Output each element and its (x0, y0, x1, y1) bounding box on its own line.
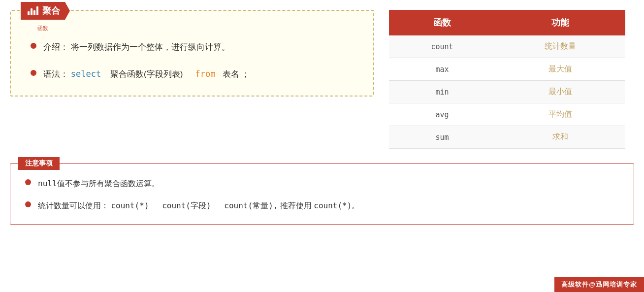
syntax-text: 语法： select 聚合函数(字段列表) from 表名 ； (43, 67, 250, 81)
func-name: max (389, 58, 495, 81)
note2-count-star: count(*) (111, 201, 149, 210)
notes-list: null值不参与所有聚合函数运算。 统计数量可以使用： count(*) cou… (25, 177, 619, 212)
func-name: avg (389, 103, 495, 126)
func-desc: 最大值 (495, 58, 625, 81)
note-item-2: 统计数量可以使用： count(*) count(字段) count(常量), … (25, 199, 619, 212)
bullet-dot-note2 (25, 201, 31, 207)
note-item-1: null值不参与所有聚合函数运算。 (25, 177, 619, 190)
func-desc: 统计数量 (495, 35, 625, 58)
table-body: count统计数量max最大值min最小值avg平均值sum求和 (389, 35, 625, 149)
table-row: min最小值 (389, 81, 625, 103)
intro-item-1: 介绍： 将一列数据作为一个整体，进行纵向计算。 (31, 40, 354, 54)
note-text-2: 统计数量可以使用： count(*) count(字段) count(常量), … (38, 199, 359, 212)
note2-count-field: count(字段) (162, 201, 211, 210)
note2-count-const: count(常量), (224, 201, 278, 210)
intro-list: 介绍： 将一列数据作为一个整体，进行纵向计算。 语法： select 聚合函数(… (31, 40, 354, 81)
func-desc: 求和 (495, 126, 625, 149)
col-desc-header: 功能 (495, 10, 625, 35)
table-row: sum求和 (389, 126, 625, 149)
table-row: avg平均值 (389, 103, 625, 126)
syntax-end: 表名 ； (218, 69, 250, 79)
bar-chart-icon (28, 6, 38, 15)
notes-title: 注意事项 (18, 157, 60, 170)
watermark: 高级软件@迅网培训专家 (554, 277, 644, 292)
syntax-select: select (71, 69, 101, 79)
col-func-header: 函数 (389, 10, 495, 35)
syntax-middle (103, 69, 108, 79)
table-row: count统计数量 (389, 35, 625, 58)
notes-section: 注意事项 null值不参与所有聚合函数运算。 统计数量可以使用： count(*… (10, 163, 634, 225)
note-text-1: null值不参与所有聚合函数运算。 (38, 177, 160, 190)
note2-recommend: count(*)。 (314, 201, 359, 210)
title-text: 聚合 (42, 5, 60, 17)
intro-box: 聚合 函数 介绍： 将一列数据作为一个整体，进行纵向计算。 语法： (10, 10, 374, 97)
right-panel: 函数 功能 count统计数量max最大值min最小值avg平均值sum求和 (389, 10, 625, 149)
func-name: count (389, 35, 495, 58)
bullet-dot (31, 43, 36, 49)
left-panel: 聚合 函数 介绍： 将一列数据作为一个整体，进行纵向计算。 语法： (10, 10, 374, 149)
title-tag: 聚合 (21, 2, 70, 20)
bullet-dot-note1 (25, 179, 31, 185)
table-header-row: 函数 功能 (389, 10, 625, 35)
table-row: max最大值 (389, 58, 625, 81)
func-desc: 最小值 (495, 81, 625, 103)
func-name: sum (389, 126, 495, 149)
function-table: 函数 功能 count统计数量max最大值min最小值avg平均值sum求和 (389, 10, 625, 149)
note1-code-null: null (38, 179, 57, 188)
main-content: 聚合 函数 介绍： 将一列数据作为一个整体，进行纵向计算。 语法： (0, 0, 644, 159)
intro-text: 介绍： 将一列数据作为一个整体，进行纵向计算。 (43, 40, 230, 54)
intro-item-2: 语法： select 聚合函数(字段列表) from 表名 ； (31, 67, 354, 81)
func-desc: 平均值 (495, 103, 625, 126)
sub-label: 函数 (37, 25, 48, 32)
bullet-dot-2 (31, 70, 36, 76)
func-name: min (389, 81, 495, 103)
syntax-from: from (185, 69, 215, 79)
